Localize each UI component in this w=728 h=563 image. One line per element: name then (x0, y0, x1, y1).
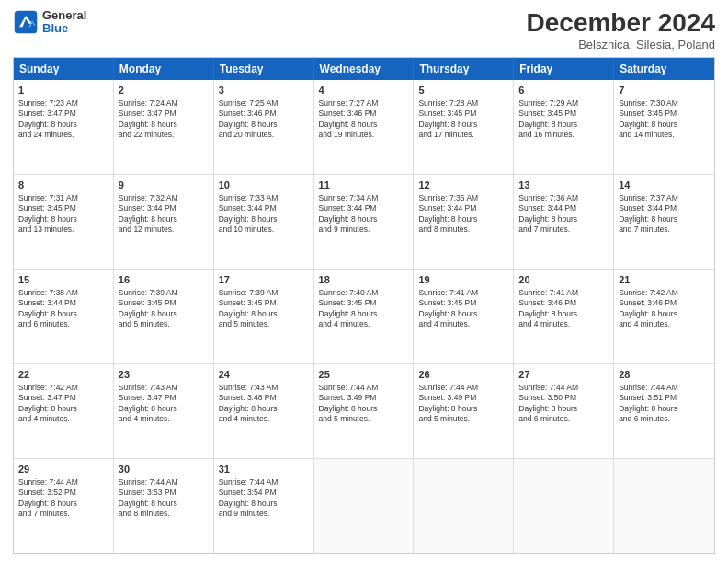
cell-info: Sunrise: 7:44 AM Sunset: 3:50 PM Dayligh… (518, 383, 609, 425)
cal-row-1: 1Sunrise: 7:23 AM Sunset: 3:47 PM Daylig… (14, 80, 714, 175)
cell-info: Sunrise: 7:33 AM Sunset: 3:44 PM Dayligh… (219, 193, 309, 236)
cell-info: Sunrise: 7:44 AM Sunset: 3:51 PM Dayligh… (619, 383, 710, 425)
day-number: 23 (119, 368, 209, 382)
day-number: 9 (119, 178, 209, 192)
day-number: 6 (518, 84, 609, 98)
cell-info: Sunrise: 7:40 AM Sunset: 3:45 PM Dayligh… (319, 288, 409, 330)
title-block: December 2024 Belsznica, Silesia, Poland (527, 9, 715, 52)
cell-info: Sunrise: 7:44 AM Sunset: 3:54 PM Dayligh… (219, 477, 309, 520)
logo-line1: General (42, 9, 86, 22)
logo: General Blue (13, 9, 86, 36)
cell-info: Sunrise: 7:41 AM Sunset: 3:45 PM Dayligh… (418, 288, 508, 330)
calendar-body: 1Sunrise: 7:23 AM Sunset: 3:47 PM Daylig… (14, 80, 714, 553)
calendar: SundayMondayTuesdayWednesdayThursdayFrid… (13, 57, 715, 554)
cal-cell-22: 22Sunrise: 7:42 AM Sunset: 3:47 PM Dayli… (14, 364, 114, 458)
cell-info: Sunrise: 7:44 AM Sunset: 3:53 PM Dayligh… (119, 477, 209, 520)
cal-header-thursday: Thursday (414, 58, 514, 80)
page-subtitle: Belsznica, Silesia, Poland (527, 38, 715, 52)
cell-info: Sunrise: 7:30 AM Sunset: 3:45 PM Dayligh… (619, 98, 710, 141)
day-number: 16 (119, 273, 209, 287)
cal-cell-10: 10Sunrise: 7:33 AM Sunset: 3:44 PM Dayli… (214, 175, 314, 269)
cell-info: Sunrise: 7:41 AM Sunset: 3:46 PM Dayligh… (518, 288, 609, 330)
cal-cell-28: 28Sunrise: 7:44 AM Sunset: 3:51 PM Dayli… (614, 364, 714, 458)
cal-cell-7: 7Sunrise: 7:30 AM Sunset: 3:45 PM Daylig… (614, 80, 714, 174)
day-number: 19 (418, 273, 508, 287)
cal-cell-21: 21Sunrise: 7:42 AM Sunset: 3:46 PM Dayli… (614, 270, 714, 363)
cal-cell-6: 6Sunrise: 7:29 AM Sunset: 3:45 PM Daylig… (514, 80, 614, 174)
cal-cell-3: 3Sunrise: 7:25 AM Sunset: 3:46 PM Daylig… (214, 80, 314, 174)
cal-row-2: 8Sunrise: 7:31 AM Sunset: 3:45 PM Daylig… (14, 175, 714, 270)
day-number: 1 (18, 84, 108, 98)
page-title: December 2024 (527, 9, 715, 38)
cal-header-saturday: Saturday (614, 58, 714, 80)
day-number: 21 (619, 273, 710, 287)
cal-cell-24: 24Sunrise: 7:43 AM Sunset: 3:48 PM Dayli… (214, 364, 314, 458)
cal-cell-13: 13Sunrise: 7:36 AM Sunset: 3:44 PM Dayli… (514, 175, 614, 269)
cell-info: Sunrise: 7:39 AM Sunset: 3:45 PM Dayligh… (219, 288, 309, 330)
cell-info: Sunrise: 7:39 AM Sunset: 3:45 PM Dayligh… (119, 288, 209, 330)
day-number: 30 (119, 463, 209, 477)
day-number: 22 (18, 368, 108, 382)
cal-cell-25: 25Sunrise: 7:44 AM Sunset: 3:49 PM Dayli… (314, 364, 415, 458)
cal-cell-9: 9Sunrise: 7:32 AM Sunset: 3:44 PM Daylig… (114, 175, 214, 269)
cal-cell-empty (414, 459, 514, 553)
cell-info: Sunrise: 7:34 AM Sunset: 3:44 PM Dayligh… (319, 193, 409, 236)
header: General Blue December 2024 Belsznica, Si… (13, 9, 715, 52)
cal-cell-29: 29Sunrise: 7:44 AM Sunset: 3:52 PM Dayli… (14, 459, 114, 553)
cal-cell-31: 31Sunrise: 7:44 AM Sunset: 3:54 PM Dayli… (214, 459, 314, 553)
cal-row-4: 22Sunrise: 7:42 AM Sunset: 3:47 PM Dayli… (14, 364, 714, 459)
day-number: 20 (518, 273, 609, 287)
day-number: 3 (219, 84, 309, 98)
cal-cell-20: 20Sunrise: 7:41 AM Sunset: 3:46 PM Dayli… (514, 270, 614, 363)
cell-info: Sunrise: 7:37 AM Sunset: 3:44 PM Dayligh… (619, 193, 710, 236)
logo-text: General Blue (42, 9, 86, 36)
cal-cell-26: 26Sunrise: 7:44 AM Sunset: 3:49 PM Dayli… (414, 364, 514, 458)
cal-header-tuesday: Tuesday (214, 58, 314, 80)
cell-info: Sunrise: 7:32 AM Sunset: 3:44 PM Dayligh… (119, 193, 209, 236)
day-number: 4 (319, 84, 409, 98)
day-number: 27 (518, 368, 609, 382)
day-number: 10 (219, 178, 309, 192)
day-number: 26 (418, 368, 508, 382)
cal-header-friday: Friday (514, 58, 614, 80)
day-number: 13 (518, 178, 609, 192)
cal-cell-27: 27Sunrise: 7:44 AM Sunset: 3:50 PM Dayli… (514, 364, 614, 458)
day-number: 31 (219, 463, 309, 477)
cell-info: Sunrise: 7:31 AM Sunset: 3:45 PM Dayligh… (18, 193, 108, 236)
cal-cell-5: 5Sunrise: 7:28 AM Sunset: 3:45 PM Daylig… (414, 80, 514, 174)
cal-cell-12: 12Sunrise: 7:35 AM Sunset: 3:44 PM Dayli… (414, 175, 514, 269)
cal-cell-16: 16Sunrise: 7:39 AM Sunset: 3:45 PM Dayli… (114, 270, 214, 363)
cell-info: Sunrise: 7:23 AM Sunset: 3:47 PM Dayligh… (18, 98, 108, 141)
cal-header-wednesday: Wednesday (314, 58, 415, 80)
day-number: 29 (18, 463, 108, 477)
cal-cell-2: 2Sunrise: 7:24 AM Sunset: 3:47 PM Daylig… (114, 80, 214, 174)
cell-info: Sunrise: 7:28 AM Sunset: 3:45 PM Dayligh… (418, 98, 508, 141)
cell-info: Sunrise: 7:38 AM Sunset: 3:44 PM Dayligh… (18, 288, 108, 330)
day-number: 7 (619, 84, 710, 98)
cell-info: Sunrise: 7:44 AM Sunset: 3:49 PM Dayligh… (319, 383, 409, 425)
day-number: 25 (319, 368, 409, 382)
page: General Blue December 2024 Belsznica, Si… (0, 0, 728, 563)
cell-info: Sunrise: 7:36 AM Sunset: 3:44 PM Dayligh… (518, 193, 609, 236)
day-number: 18 (319, 273, 409, 287)
cal-header-sunday: Sunday (14, 58, 114, 80)
day-number: 8 (18, 178, 108, 192)
cell-info: Sunrise: 7:42 AM Sunset: 3:47 PM Dayligh… (18, 383, 108, 425)
cal-cell-empty (614, 459, 714, 553)
logo-icon (13, 9, 39, 35)
logo-line2: Blue (42, 22, 86, 35)
day-number: 15 (18, 273, 108, 287)
cell-info: Sunrise: 7:24 AM Sunset: 3:47 PM Dayligh… (119, 98, 209, 141)
cal-cell-15: 15Sunrise: 7:38 AM Sunset: 3:44 PM Dayli… (14, 270, 114, 363)
cal-header-monday: Monday (114, 58, 214, 80)
cal-cell-17: 17Sunrise: 7:39 AM Sunset: 3:45 PM Dayli… (214, 270, 314, 363)
cell-info: Sunrise: 7:29 AM Sunset: 3:45 PM Dayligh… (518, 98, 609, 141)
day-number: 24 (219, 368, 309, 382)
cell-info: Sunrise: 7:42 AM Sunset: 3:46 PM Dayligh… (619, 288, 710, 330)
cell-info: Sunrise: 7:44 AM Sunset: 3:49 PM Dayligh… (418, 383, 508, 425)
svg-rect-0 (15, 11, 38, 34)
cal-cell-30: 30Sunrise: 7:44 AM Sunset: 3:53 PM Dayli… (114, 459, 214, 553)
day-number: 17 (219, 273, 309, 287)
cell-info: Sunrise: 7:43 AM Sunset: 3:48 PM Dayligh… (219, 383, 309, 425)
calendar-header: SundayMondayTuesdayWednesdayThursdayFrid… (14, 58, 714, 80)
